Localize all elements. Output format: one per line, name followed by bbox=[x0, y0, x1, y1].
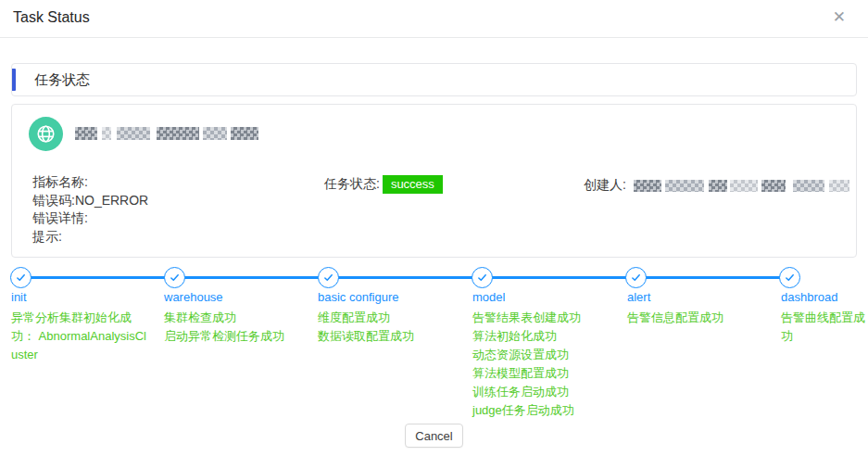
check-circle-icon bbox=[779, 267, 800, 288]
metric-name-field: 指标名称: bbox=[32, 173, 310, 192]
step-message: 动态资源设置成功 bbox=[472, 346, 615, 364]
step-message: judge任务启动成功 bbox=[472, 401, 615, 420]
step-title: alert bbox=[627, 289, 770, 306]
step-message: 告警结果表创建成功 bbox=[472, 309, 615, 327]
step-message: 集群检查成功 bbox=[164, 309, 307, 327]
header-divider bbox=[0, 37, 868, 38]
status-badge: success bbox=[383, 175, 443, 194]
step-title: warehouse bbox=[164, 289, 307, 306]
check-circle-icon bbox=[625, 267, 647, 288]
accent-bar bbox=[12, 69, 16, 91]
task-status-field: 任务状态: success bbox=[324, 175, 443, 194]
creator-label: 创建人: bbox=[584, 177, 626, 194]
check-circle-icon bbox=[318, 267, 339, 288]
creator-field: 创建人: bbox=[584, 177, 849, 194]
error-detail-field: 错误详情: bbox=[32, 209, 310, 228]
step-init: init 异常分析集群初始化成功： AbnormalAnalysisCluste… bbox=[11, 289, 150, 364]
redacted-task-name bbox=[75, 127, 258, 140]
hint-field: 提示: bbox=[32, 228, 310, 247]
task-status-label: 任务状态: bbox=[324, 176, 380, 193]
check-circle-icon bbox=[472, 267, 493, 288]
close-icon[interactable]: ✕ bbox=[833, 8, 846, 27]
step-message: 告警信息配置成功 bbox=[627, 309, 770, 327]
step-title: dashbroad bbox=[781, 289, 866, 306]
section-header-box: 任务状态 bbox=[11, 63, 857, 96]
step-message: 算法初始化成功 bbox=[472, 327, 615, 346]
step-message: 维度配置成功 bbox=[318, 309, 460, 327]
step-message: 数据读取配置成功 bbox=[318, 327, 460, 346]
step-message: 异常分析集群初始化成功： AbnormalAnalysisCluster bbox=[11, 309, 150, 364]
step-warehouse: warehouse 集群检查成功 启动异常检测任务成功 bbox=[164, 289, 307, 346]
step-title: init bbox=[11, 289, 150, 306]
field-column-left: 指标名称: 错误码:NO_ERROR 错误详情: 提示: bbox=[32, 173, 310, 246]
section-title: 任务状态 bbox=[34, 71, 90, 89]
step-model: model 告警结果表创建成功 算法初始化成功 动态资源设置成功 算法模型配置成… bbox=[472, 289, 615, 420]
step-message: 算法模型配置成功 bbox=[472, 364, 615, 383]
step-message: 训练任务启动成功 bbox=[472, 383, 615, 401]
task-info-card: 指标名称: 错误码:NO_ERROR 错误详情: 提示: 任务状态: succe… bbox=[11, 104, 857, 258]
step-message: 告警曲线配置成功 bbox=[781, 309, 866, 346]
stepper-connector-line bbox=[20, 276, 790, 279]
check-circle-icon bbox=[10, 267, 31, 288]
modal-title: Task Status bbox=[13, 9, 90, 26]
step-title: model bbox=[472, 289, 615, 306]
task-status-modal: { "modal": { "title": "Task Status" }, "… bbox=[0, 0, 868, 456]
step-title: basic configure bbox=[318, 289, 460, 306]
redacted-creator bbox=[634, 180, 849, 192]
globe-icon bbox=[29, 117, 63, 151]
step-dashbroad: dashbroad 告警曲线配置成功 bbox=[781, 289, 866, 346]
step-alert: alert 告警信息配置成功 bbox=[627, 289, 770, 327]
step-message: 启动异常检测任务成功 bbox=[164, 327, 307, 346]
step-basic-configure: basic configure 维度配置成功 数据读取配置成功 bbox=[318, 289, 460, 346]
check-circle-icon bbox=[164, 267, 185, 288]
cancel-button[interactable]: Cancel bbox=[405, 424, 463, 448]
error-code-field: 错误码:NO_ERROR bbox=[32, 192, 310, 210]
